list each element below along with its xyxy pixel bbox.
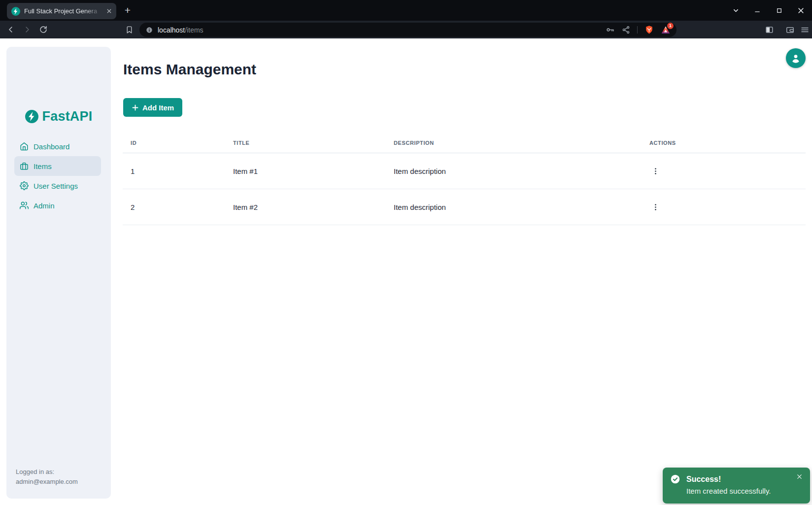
tab-strip: Full Stack Project Genera +: [0, 0, 812, 21]
cell-description: Item description: [386, 203, 642, 211]
new-tab-button[interactable]: +: [121, 4, 134, 17]
brave-shields-icon[interactable]: [644, 25, 654, 34]
url-bar[interactable]: localhost/items 1: [139, 23, 677, 37]
fastapi-logo-icon: [25, 110, 38, 123]
toast-close-icon[interactable]: [794, 471, 804, 481]
tab-search-chevron-icon[interactable]: [730, 5, 741, 16]
sidebar-item-label: Admin: [34, 202, 55, 210]
kebab-menu-icon: [651, 167, 660, 175]
sidebar-item-label: Items: [34, 162, 52, 170]
rewards-notification-badge: 1: [667, 23, 674, 29]
sidebar-item-label: User Settings: [34, 182, 78, 190]
sidebar-nav: Dashboard Items User Settings Admin: [6, 136, 111, 215]
sidebar-panel-icon[interactable]: [763, 24, 775, 35]
add-item-button[interactable]: Add Item: [123, 98, 182, 117]
browser-window: Full Stack Project Genera +: [0, 0, 812, 505]
close-window-button[interactable]: [795, 5, 806, 16]
browser-tab[interactable]: Full Stack Project Genera: [7, 3, 116, 19]
logo-text: FastAPI: [42, 109, 93, 124]
column-header-title: TITLE: [225, 140, 386, 146]
tab-close-icon[interactable]: [104, 7, 113, 16]
sidebar-item-user-settings[interactable]: User Settings: [14, 176, 101, 196]
wallet-icon[interactable]: [784, 24, 796, 35]
table-row: 1 Item #1 Item description: [123, 153, 806, 189]
check-circle-icon: [670, 474, 680, 484]
row-actions-button[interactable]: [648, 164, 662, 178]
sidebar-item-dashboard[interactable]: Dashboard: [14, 136, 101, 156]
sidebar-item-items[interactable]: Items: [14, 156, 101, 176]
brave-rewards-icon[interactable]: 1: [661, 25, 671, 35]
kebab-menu-icon: [651, 203, 660, 211]
logged-in-info: Logged in as: admin@example.com: [16, 467, 78, 487]
back-button[interactable]: [5, 24, 17, 35]
users-icon: [20, 201, 29, 210]
cell-description: Item description: [386, 167, 642, 175]
table-row: 2 Item #2 Item description: [123, 189, 806, 225]
cell-id: 2: [123, 203, 225, 211]
sidebar-item-label: Dashboard: [34, 142, 69, 151]
toast-title: Success!: [686, 475, 721, 484]
success-toast: Success! Item created successfully.: [663, 468, 810, 504]
cell-title: Item #2: [225, 203, 386, 211]
page-title: Items Management: [123, 61, 256, 78]
app-sidebar: FastAPI Dashboard Items User Settings Ad…: [6, 47, 111, 499]
fastapi-logo: FastAPI: [6, 109, 111, 124]
cell-id: 1: [123, 167, 225, 175]
window-controls: [730, 0, 812, 21]
briefcase-icon: [20, 162, 29, 170]
row-actions-button[interactable]: [648, 200, 662, 214]
home-icon: [20, 142, 29, 151]
share-icon[interactable]: [622, 26, 630, 34]
menu-hamburger-icon[interactable]: [799, 24, 811, 35]
user-icon: [790, 52, 802, 64]
url-host: localhost: [158, 26, 185, 34]
minimize-button[interactable]: [752, 5, 763, 16]
tab-title: Full Stack Project Genera: [24, 7, 104, 15]
site-info-icon[interactable]: [145, 26, 153, 34]
forward-button[interactable]: [21, 24, 33, 35]
page-content: [0, 38, 812, 505]
fastapi-favicon-icon: [11, 7, 20, 16]
url-text: localhost/items: [158, 26, 203, 34]
maximize-button[interactable]: [774, 5, 784, 16]
reload-button[interactable]: [37, 24, 49, 35]
toolbar-divider: [637, 26, 638, 34]
password-key-icon[interactable]: [606, 25, 615, 34]
table-header-row: ID TITLE DESCRIPTION ACTIONS: [123, 133, 806, 153]
user-avatar-button[interactable]: [786, 48, 806, 68]
column-header-description: DESCRIPTION: [386, 140, 642, 146]
bookmark-icon[interactable]: [123, 24, 135, 35]
gear-icon: [20, 181, 29, 190]
logged-in-email: admin@example.com: [16, 477, 78, 487]
items-table: ID TITLE DESCRIPTION ACTIONS 1 Item #1 I…: [123, 133, 806, 225]
url-path: /items: [185, 26, 203, 34]
column-header-actions: ACTIONS: [642, 140, 806, 146]
logged-in-label: Logged in as:: [16, 467, 78, 477]
cell-title: Item #1: [225, 167, 386, 175]
add-item-label: Add Item: [142, 103, 174, 112]
toast-message: Item created successfully.: [686, 487, 771, 495]
sidebar-item-admin[interactable]: Admin: [14, 196, 101, 215]
plus-icon: [132, 104, 139, 111]
column-header-id: ID: [123, 140, 225, 146]
